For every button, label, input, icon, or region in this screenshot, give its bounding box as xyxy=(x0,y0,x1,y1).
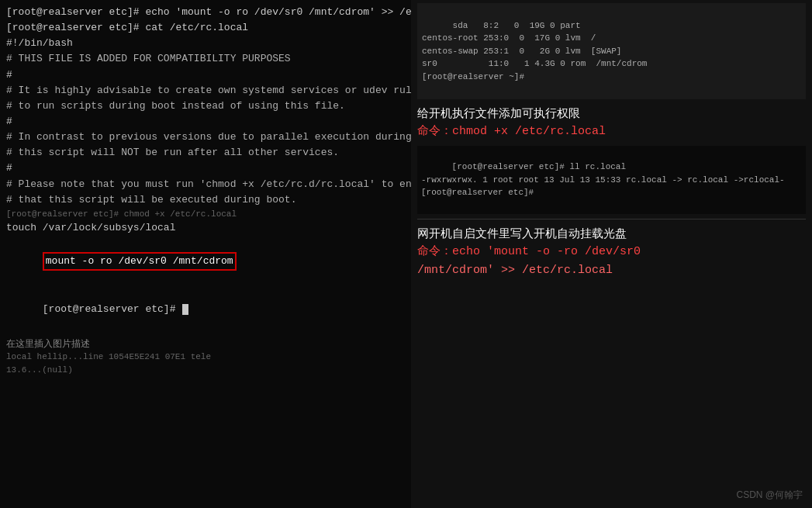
partial-line-1: local hellip...line 1054E5E241 07E1 tele xyxy=(6,351,405,364)
partial-line-2: 13.6...(null) xyxy=(6,364,405,377)
terminal-line-4: # THIS FILE IS ADDED FOR COMPATIBILITY P… xyxy=(6,51,405,67)
terminal-line-13: # that this script will be executed duri… xyxy=(6,192,405,208)
terminal-line-8: # xyxy=(6,114,405,130)
right-top-line-1: sda 8:2 0 19G 0 part xyxy=(453,21,581,30)
right-top-line-2: centos-root 253:0 0 17G 0 lvm / xyxy=(422,33,596,43)
right-mid-line-1: [root@realserver etc]# ll rc.local xyxy=(452,162,626,171)
terminal-line-1: [root@realserver etc]# echo 'mount -o ro… xyxy=(6,5,405,20)
watermark: CSDN @何翰宇 xyxy=(736,489,803,502)
placeholder-text: 在这里插入图片描述 xyxy=(6,337,405,351)
annotation-mount-section: 网开机自启文件里写入开机自动挂载光盘 命令：echo 'mount -o -ro… xyxy=(417,224,806,280)
right-top-line-3: centos-swap 253:1 0 2G 0 lvm [SWAP] xyxy=(422,47,621,56)
right-panel: sda 8:2 0 19G 0 part centos-root 253:0 0… xyxy=(411,0,812,508)
right-top-line-4: sr0 11:0 1 4.3G 0 rom /mnt/cdrom xyxy=(422,59,647,68)
right-top-line-5: [root@realserver ~]# xyxy=(422,72,524,81)
main-container: [root@realserver etc]# echo 'mount -o ro… xyxy=(0,0,812,508)
terminal-line-10: # this script will NOT be run after all … xyxy=(6,145,405,161)
terminal-line-9: # In contrast to previous versions due t… xyxy=(6,130,405,145)
terminal-line-2: [root@realserver etc]# cat /etc/rc.local xyxy=(6,20,405,36)
terminal-line-touch: touch /var/lock/subsys/local xyxy=(6,220,405,236)
terminal-line-7: # to run scripts during boot instead of … xyxy=(6,98,405,114)
annotation-mount-cmd2: /mnt/cdrom' >> /etc/rc.local xyxy=(417,261,806,280)
terminal-line-6: # It is highly advisable to create own s… xyxy=(6,83,405,98)
annotation-chmod-title: 给开机执行文件添加可执行权限 xyxy=(417,104,806,123)
small-prompt-line: [root@realserver etc]# chmod +x /etc/rc.… xyxy=(6,208,405,221)
right-top-terminal: sda 8:2 0 19G 0 part centos-root 253:0 0… xyxy=(417,3,806,99)
terminal-line-highlighted: mount -o ro /dev/sr0 /mnt/cdrom xyxy=(6,236,405,285)
terminal-line-11: # xyxy=(6,161,405,176)
terminal-line-3: #!/bin/bash xyxy=(6,36,405,51)
right-mid-terminal: [root@realserver etc]# ll rc.local -rwxr… xyxy=(417,146,806,215)
annotation-chmod-cmd: 命令：chmod +x /etc/rc.local xyxy=(417,123,806,141)
right-mid-line-3: [root@realserver etc]# xyxy=(421,188,534,197)
annotation-mount-title: 网开机自启文件里写入开机自动挂载光盘 xyxy=(417,224,806,243)
mount-command-highlighted: mount -o ro /dev/sr0 /mnt/cdrom xyxy=(43,252,237,271)
left-bottom-annotation: 在这里插入图片描述 local hellip...line 1054E5E241… xyxy=(6,336,405,378)
terminal-line-12: # Please note that you must run 'chmod +… xyxy=(6,177,405,192)
terminal-line-5: # xyxy=(6,67,405,83)
left-terminal-panel: [root@realserver etc]# echo 'mount -o ro… xyxy=(0,0,411,508)
right-mid-line-2: -rwxrwxrwx. 1 root root 13 Jul 13 15:33 … xyxy=(421,175,785,185)
terminal-line-cursor: [root@realserver etc]# xyxy=(6,286,405,333)
annotation-mount-cmd1: 命令：echo 'mount -o -ro /dev/sr0 xyxy=(417,243,806,261)
annotation-chmod-section: 给开机执行文件添加可执行权限 命令：chmod +x /etc/rc.local xyxy=(417,104,806,141)
section-divider xyxy=(417,219,806,219)
terminal-cursor xyxy=(182,304,188,315)
